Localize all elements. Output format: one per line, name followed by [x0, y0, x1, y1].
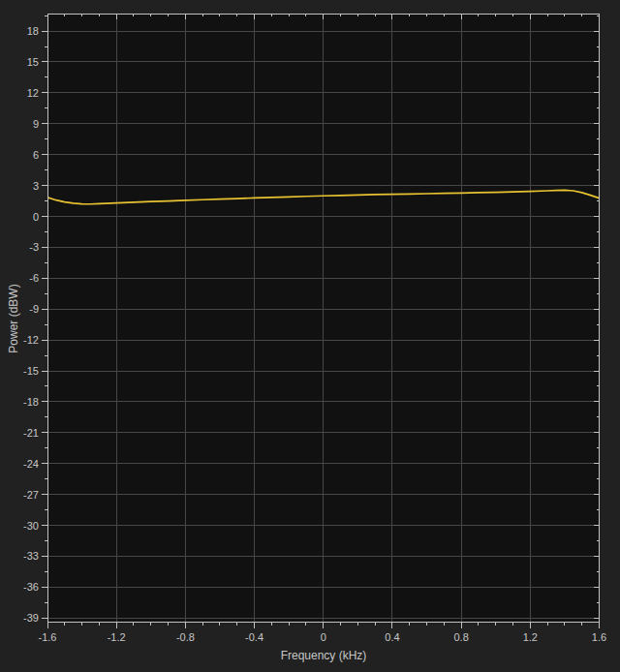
y-tick-label: -9 [29, 303, 39, 315]
y-tick-label: -6 [29, 272, 39, 284]
y-tick-label: 18 [27, 25, 39, 37]
y-axis-label: Power (dBW) [7, 284, 20, 352]
y-tick-label: 9 [33, 118, 39, 130]
y-tick-label: 15 [27, 56, 39, 68]
y-tick-label: 0 [33, 211, 39, 223]
x-tick-label: 0.8 [453, 631, 468, 643]
x-tick-label: -1.2 [108, 631, 126, 643]
y-tick-label: -15 [23, 365, 39, 377]
y-tick-label: -21 [23, 427, 39, 439]
spectrum-plot: -1.6-1.2-0.8-0.400.40.81.21.61815129630-… [0, 0, 620, 672]
y-tick-label: -3 [29, 241, 39, 253]
x-tick-label: -0.8 [176, 631, 195, 643]
y-tick-label: -39 [23, 612, 39, 624]
x-tick-label: 0.4 [385, 631, 399, 643]
y-tick-label: -12 [23, 334, 39, 346]
y-tick-label: -36 [23, 581, 39, 593]
x-tick-label: 1.6 [592, 631, 606, 643]
y-tick-label: 6 [33, 149, 39, 161]
y-tick-label: -18 [23, 396, 39, 408]
x-tick-label: -1.6 [39, 631, 57, 643]
x-tick-label: -0.4 [245, 631, 264, 643]
figure-canvas: -1.6-1.2-0.8-0.400.40.81.21.61815129630-… [0, 0, 620, 672]
y-tick-label: 3 [33, 180, 39, 192]
x-tick-label: 0 [321, 631, 326, 643]
y-tick-label: 12 [27, 87, 39, 99]
y-tick-label: -33 [23, 550, 39, 562]
y-tick-label: -27 [23, 489, 39, 501]
x-tick-label: 1.2 [523, 631, 538, 643]
y-tick-label: -24 [23, 458, 39, 470]
y-tick-label: -30 [23, 520, 39, 532]
x-axis-label: Frequency (kHz) [281, 649, 367, 662]
